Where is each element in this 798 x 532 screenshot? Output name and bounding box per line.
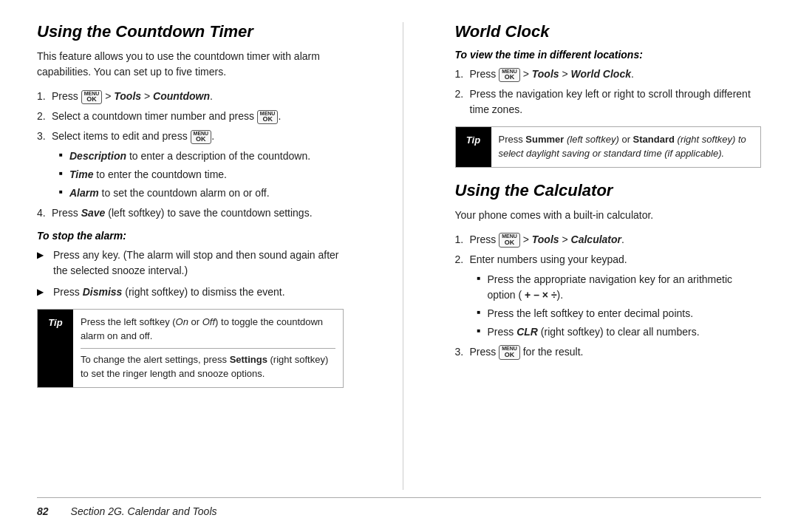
menu-key-3: MENUOK (191, 130, 212, 145)
menu-key-2: MENUOK (257, 110, 279, 125)
footer-section: Section 2G. Calendar and Tools (71, 505, 217, 517)
calc-sub-2: Press the left softkey to enter decimal … (477, 306, 762, 321)
menu-key-calc3: MENUOK (499, 345, 520, 360)
calc-step-1: 1. Press MENUOK > Tools > Calculator. (455, 232, 762, 248)
page: Using the Countdown Timer This feature a… (0, 0, 798, 532)
calc-subitems: Press the appropriate navigation key for… (477, 272, 762, 340)
right-column: World Clock To view the time in differen… (448, 22, 762, 490)
wc-step-2: 2. Press the navigation key left or righ… (455, 86, 762, 117)
calc-step-3: 3. Press MENUOK for the result. (455, 344, 762, 360)
columns: Using the Countdown Timer This feature a… (37, 22, 761, 490)
menu-key: MENUOK (81, 90, 103, 105)
calculator-intro: Your phone comes with a built-in calcula… (455, 208, 762, 223)
subitem-description: Description to enter a description of th… (59, 149, 344, 164)
bullet-2: Press Dismiss (right softkey) to dismiss… (37, 284, 344, 300)
menu-key-wc1: MENUOK (499, 68, 520, 83)
step-3-subitems: Description to enter a description of th… (59, 149, 344, 201)
column-divider (403, 22, 403, 490)
calc-sub-1: Press the appropriate navigation key for… (477, 272, 762, 303)
bullet-list: Press any key. (The alarm will stop and … (37, 248, 344, 300)
world-clock-steps: 1. Press MENUOK > Tools > World Clock. 2… (455, 66, 762, 117)
footer-page: 82 (37, 505, 49, 517)
footer: 82 Section 2G. Calendar and Tools (37, 497, 761, 517)
stop-alarm-title: To stop the alarm: (37, 230, 344, 242)
step-1: 1. Press MENUOK > Tools > Countdown. (37, 89, 344, 104)
left-column: Using the Countdown Timer This feature a… (37, 22, 358, 490)
step-2: 2. Select a countdown timer number and p… (37, 109, 344, 124)
world-clock-title: World Clock (455, 22, 762, 41)
subitem-time: Time to enter the countdown time. (59, 167, 344, 183)
calculator-steps: 1. Press MENUOK > Tools > Calculator. 2.… (455, 232, 762, 360)
wc-step-1: 1. Press MENUOK > Tools > World Clock. (455, 66, 762, 82)
menu-key-calc1: MENUOK (499, 233, 520, 248)
world-clock-subtitle: To view the time in different locations: (455, 49, 762, 61)
subitem-alarm: Alarm to set the countdown alarm on or o… (59, 185, 344, 201)
step-4: 4. Press Save (left softkey) to save the… (37, 205, 344, 221)
left-title: Using the Countdown Timer (37, 22, 344, 41)
tip-label-right: Tip (456, 127, 491, 167)
bullet-1: Press any key. (The alarm will stop and … (37, 248, 344, 279)
tip-box-left: Tip Press the left softkey (On or Off) t… (37, 309, 344, 387)
calc-step-2: 2. Enter numbers using your keypad. Pres… (455, 252, 762, 340)
tip-content-left: Press the left softkey (On or Off) to to… (73, 310, 343, 386)
tip-label-left: Tip (38, 310, 73, 386)
tip-content-right: Press Summer (left softkey) or Standard … (491, 127, 761, 167)
left-intro: This feature allows you to use the count… (37, 49, 344, 80)
calc-sub-3: Press CLR (right softkey) to clear all n… (477, 324, 762, 340)
countdown-steps: 1. Press MENUOK > Tools > Countdown. 2. … (37, 89, 344, 221)
tip-box-right: Tip Press Summer (left softkey) or Stand… (455, 126, 762, 168)
step-3: 3. Select items to edit and press MENUOK… (37, 129, 344, 201)
calculator-title: Using the Calculator (455, 181, 762, 200)
